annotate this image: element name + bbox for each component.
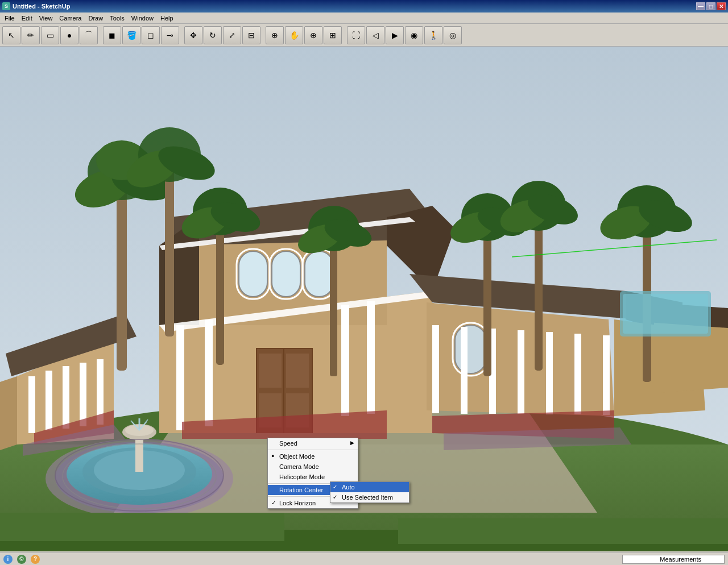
tool-rotate[interactable]: ↻: [204, 26, 222, 44]
svg-rect-45: [432, 325, 439, 413]
helicopter-mode-item[interactable]: Helicopter Mode: [268, 472, 358, 482]
speed-menu-item[interactable]: Speed: [268, 438, 358, 448]
camera-mode-item[interactable]: Camera Mode: [268, 462, 358, 472]
tool-eraser[interactable]: ◻: [142, 26, 160, 44]
svg-rect-105: [398, 518, 728, 544]
tool-zoom-window[interactable]: ⊞: [324, 26, 342, 44]
svg-rect-36: [341, 305, 349, 416]
app-icon: S: [2, 2, 10, 10]
auto-item[interactable]: Auto: [330, 482, 409, 492]
svg-rect-56: [117, 177, 127, 371]
use-selected-item[interactable]: Use Selected Item: [330, 492, 409, 502]
statusbar-left: i © ?: [3, 555, 40, 564]
tool-pan[interactable]: ✋: [285, 26, 303, 44]
svg-rect-50: [574, 334, 581, 414]
menu-item-camera[interactable]: Camera: [56, 14, 85, 23]
svg-rect-61: [165, 160, 174, 336]
viewport[interactable]: Speed Object Mode Camera Mode Helicopter…: [0, 47, 728, 551]
svg-rect-23: [286, 354, 309, 388]
tool-orbit[interactable]: ⊕: [266, 26, 284, 44]
svg-rect-8: [46, 371, 52, 430]
help-icon[interactable]: ?: [31, 555, 40, 564]
tool-move[interactable]: ✥: [184, 26, 202, 44]
svg-rect-26: [239, 251, 267, 297]
svg-marker-6: [0, 376, 17, 450]
svg-rect-46: [461, 327, 468, 414]
svg-rect-104: [0, 513, 284, 541]
svg-rect-9: [63, 366, 69, 429]
menu-item-tools[interactable]: Tools: [106, 14, 128, 23]
svg-rect-69: [330, 234, 337, 376]
svg-rect-101: [623, 294, 708, 334]
svg-rect-34: [176, 325, 184, 430]
info-icon[interactable]: i: [3, 555, 13, 564]
menu-item-help[interactable]: Help: [157, 14, 177, 23]
menu-item-file[interactable]: File: [1, 14, 18, 23]
toolbar: ↖✏▭●⌒◼🪣◻⊸✥↻⤢⊟⊕✋⊕⊞⛶◁▶◉🚶◎: [0, 24, 728, 47]
svg-rect-49: [546, 332, 553, 414]
tool-zoom[interactable]: ⊕: [304, 26, 322, 44]
rotation-center-submenu: Auto Use Selected Item: [330, 481, 410, 503]
svg-rect-51: [603, 335, 610, 415]
tool-offset[interactable]: ⊟: [242, 26, 260, 44]
svg-rect-37: [367, 301, 375, 414]
tool-select[interactable]: ↖: [2, 26, 20, 44]
tool-scale[interactable]: ⤢: [223, 26, 241, 44]
menu-item-window[interactable]: Window: [128, 14, 157, 23]
svg-rect-10: [80, 363, 86, 426]
tool-arc[interactable]: ⌒: [80, 26, 98, 44]
license-icon[interactable]: ©: [17, 555, 26, 564]
minimize-button[interactable]: —: [696, 2, 705, 10]
svg-rect-43: [455, 325, 486, 373]
measurements-box[interactable]: Measurements: [622, 555, 725, 564]
svg-rect-73: [483, 223, 491, 376]
titlebar-title: Untitled - SketchUp: [13, 3, 70, 10]
maximize-button[interactable]: □: [706, 2, 715, 10]
titlebar: S Untitled - SketchUp — □ ✕: [0, 0, 728, 13]
scene-canvas: [0, 47, 728, 551]
object-mode-item[interactable]: Object Mode: [268, 451, 358, 462]
tool-circle[interactable]: ●: [60, 26, 78, 44]
svg-rect-35: [205, 319, 213, 426]
tool-position-camera[interactable]: ◉: [405, 26, 423, 44]
svg-rect-65: [216, 217, 224, 365]
tool-paint-bucket[interactable]: 🪣: [122, 26, 140, 44]
tool-previous-view[interactable]: ◁: [366, 26, 384, 44]
tool-pencil[interactable]: ✏: [22, 26, 40, 44]
svg-rect-77: [535, 211, 543, 371]
menubar: FileEditViewCameraDrawToolsWindowHelp: [0, 13, 728, 24]
svg-rect-7: [28, 376, 35, 433]
tool-rectangle[interactable]: ▭: [41, 26, 59, 44]
tool-walk[interactable]: 🚶: [424, 26, 442, 44]
titlebar-controls: — □ ✕: [696, 2, 726, 10]
menu-item-draw[interactable]: Draw: [85, 14, 106, 23]
tool-look-around[interactable]: ◎: [444, 26, 462, 44]
tool-tape-measure[interactable]: ⊸: [161, 26, 179, 44]
svg-rect-48: [518, 330, 524, 414]
measurements-label: Measurements: [660, 556, 701, 563]
tool-push-pull[interactable]: ◼: [103, 26, 121, 44]
close-button[interactable]: ✕: [717, 2, 726, 10]
statusbar: i © ? Measurements: [0, 552, 728, 565]
svg-rect-28: [305, 251, 333, 297]
titlebar-left: S Untitled - SketchUp: [2, 2, 70, 10]
menu-separator: [268, 450, 358, 450]
svg-rect-27: [272, 251, 300, 297]
tool-next-view[interactable]: ▶: [386, 26, 404, 44]
menu-item-edit[interactable]: Edit: [18, 14, 36, 23]
menu-item-view[interactable]: View: [36, 14, 56, 23]
svg-rect-22: [259, 354, 282, 388]
tool-zoom-extents[interactable]: ⛶: [347, 26, 365, 44]
